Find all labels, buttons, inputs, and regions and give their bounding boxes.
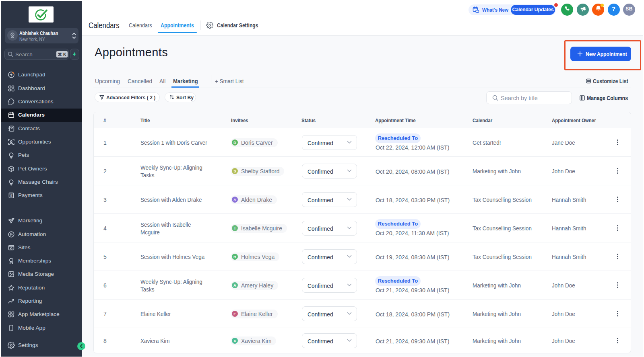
svg-text:$: $	[10, 194, 12, 198]
